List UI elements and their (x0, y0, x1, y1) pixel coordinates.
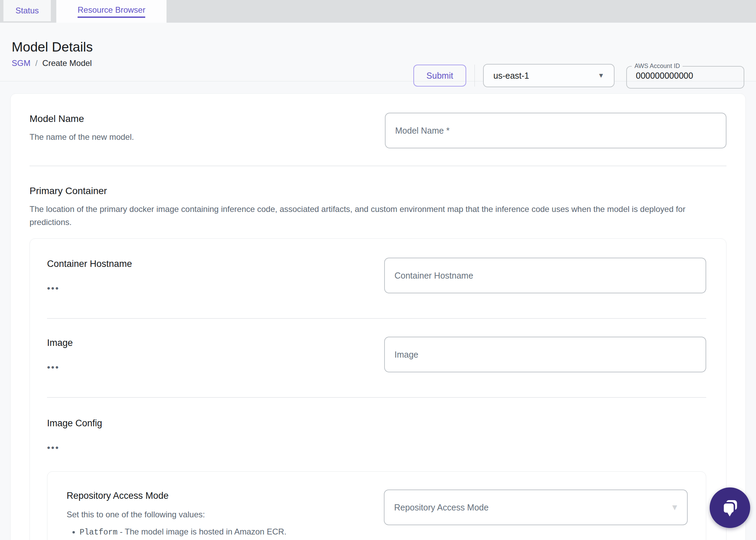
image-title: Image (47, 337, 73, 349)
tab-status-label: Status (15, 6, 39, 15)
container-hostname-title: Container Hostname (47, 258, 132, 270)
container-hostname-expander-button[interactable]: ••• (47, 286, 59, 291)
chat-widget-button[interactable] (710, 487, 750, 528)
primary-container-group: Container Hostname ••• Image ••• (30, 238, 726, 540)
header-actions: Submit us-east-1 ▼ AWS Account ID (413, 63, 745, 89)
region-dropdown[interactable]: us-east-1 ▼ (483, 64, 615, 87)
tab-resource-browser-label: Resource Browser (78, 5, 145, 18)
page-header: Model Details SGM / Create Model Submit … (0, 23, 756, 81)
model-name-title: Model Name (30, 113, 134, 125)
image-config-section: Image Config ••• Repository Access Mode … (47, 417, 706, 540)
breadcrumb: SGM / Create Model (12, 58, 93, 68)
chevron-down-icon: ▼ (598, 72, 604, 79)
option-code: Platform (80, 528, 117, 537)
model-name-description: The name of the new model. (30, 131, 134, 144)
container-hostname-input[interactable] (384, 258, 706, 293)
repository-access-mode-info: Repository Access Mode Set this to one o… (67, 490, 349, 540)
repository-access-mode-placeholder: Repository Access Mode (394, 503, 489, 513)
primary-container-section: Primary Container The location of the pr… (30, 185, 726, 540)
model-details-card: Model Name The name of the new model. Pr… (10, 93, 746, 540)
image-row: Image ••• (47, 337, 706, 372)
repository-access-mode-options-list: Platform - The model image is hosted in … (67, 525, 349, 540)
breadcrumb-parent-link[interactable]: SGM (12, 58, 31, 68)
page-title: Model Details (12, 39, 93, 55)
section-divider (30, 166, 726, 166)
submit-button[interactable]: Submit (413, 65, 466, 87)
breadcrumb-current: Create Model (42, 58, 92, 68)
list-item: Platform - The model image is hosted in … (80, 525, 349, 539)
primary-container-description: The location of the primary docker image… (30, 203, 723, 229)
model-name-info: Model Name The name of the new model. (30, 113, 134, 144)
image-input[interactable] (384, 337, 706, 372)
image-config-group: Repository Access Mode Set this to one o… (47, 471, 706, 540)
breadcrumb-separator: / (35, 58, 38, 68)
header-divider (474, 65, 475, 87)
aws-account-id-field: AWS Account ID (626, 63, 744, 89)
model-name-row: Model Name The name of the new model. (30, 113, 726, 148)
tab-resource-browser[interactable]: Resource Browser (56, 0, 167, 23)
container-hostname-row: Container Hostname ••• (47, 258, 706, 293)
image-config-title: Image Config (47, 417, 706, 429)
image-config-expander-button[interactable]: ••• (47, 445, 59, 450)
option-text: - The model image is hosted in Amazon EC… (120, 527, 286, 536)
title-block: Model Details SGM / Create Model (12, 39, 93, 68)
tab-status[interactable]: Status (3, 0, 51, 21)
content-area: Model Name The name of the new model. Pr… (0, 81, 756, 540)
chevron-down-icon: ▼ (671, 503, 679, 512)
aws-account-id-input[interactable] (635, 70, 733, 81)
model-name-input[interactable] (385, 113, 726, 148)
primary-container-title: Primary Container (30, 185, 726, 197)
repository-access-mode-select[interactable]: Repository Access Mode ▼ (384, 490, 688, 525)
repository-access-mode-row: Repository Access Mode Set this to one o… (67, 490, 688, 540)
field-divider (47, 397, 706, 398)
image-expander-button[interactable]: ••• (47, 365, 59, 370)
chat-bubbles-icon (719, 496, 741, 519)
tab-bar: Status Resource Browser (0, 0, 756, 23)
repository-access-mode-title: Repository Access Mode (67, 490, 349, 502)
field-divider (47, 318, 706, 319)
image-info: Image ••• (47, 337, 73, 372)
aws-account-id-label: AWS Account ID (632, 63, 683, 70)
region-dropdown-value: us-east-1 (493, 71, 529, 81)
container-hostname-info: Container Hostname ••• (47, 258, 132, 293)
repository-access-mode-description: Set this to one of the following values: (67, 509, 349, 520)
